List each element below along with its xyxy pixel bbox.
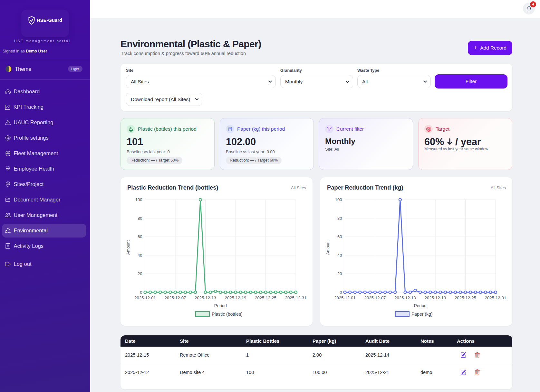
svg-text:2025-12-07: 2025-12-07 (364, 295, 386, 300)
svg-text:Period: Period (214, 303, 227, 308)
svg-text:100: 100 (135, 197, 142, 202)
svg-text:20: 20 (337, 271, 342, 276)
svg-text:80: 80 (138, 216, 142, 221)
svg-text:Amount: Amount (325, 240, 330, 255)
svg-text:2025-12-07: 2025-12-07 (165, 295, 186, 300)
svg-text:Period: Period (414, 303, 427, 308)
svg-text:0: 0 (340, 290, 342, 295)
svg-text:40: 40 (337, 253, 342, 258)
svg-text:0: 0 (140, 290, 142, 295)
svg-text:20: 20 (138, 271, 142, 276)
svg-text:60: 60 (337, 234, 342, 239)
svg-text:Plastic (bottles): Plastic (bottles) (212, 312, 243, 317)
svg-text:2025-12-01: 2025-12-01 (134, 295, 156, 300)
svg-text:40: 40 (138, 253, 142, 258)
svg-text:100: 100 (335, 197, 342, 202)
svg-text:Paper (kg): Paper (kg) (411, 312, 432, 317)
svg-text:80: 80 (337, 216, 342, 221)
svg-text:2025-12-19: 2025-12-19 (225, 295, 246, 300)
svg-text:2025-12-31: 2025-12-31 (285, 295, 307, 300)
svg-text:Amount: Amount (126, 240, 130, 255)
svg-text:2025-12-19: 2025-12-19 (425, 295, 446, 300)
svg-text:2025-12-25: 2025-12-25 (455, 295, 476, 300)
svg-text:2025-12-01: 2025-12-01 (334, 295, 356, 300)
svg-text:2025-12-25: 2025-12-25 (255, 295, 276, 300)
svg-text:2025-12-31: 2025-12-31 (485, 295, 506, 300)
svg-text:60: 60 (138, 234, 142, 239)
svg-text:2025-12-13: 2025-12-13 (195, 295, 216, 300)
svg-text:2025-12-13: 2025-12-13 (394, 295, 416, 300)
